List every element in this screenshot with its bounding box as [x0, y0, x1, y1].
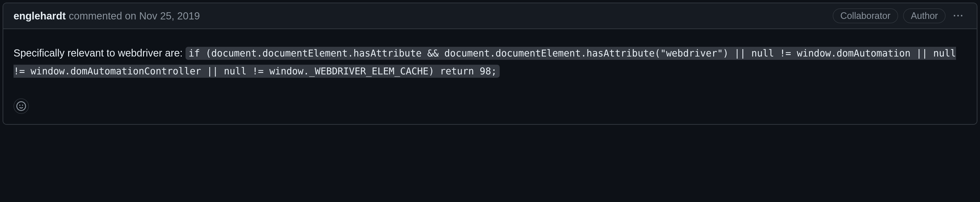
comment-lead-text: Specifically relevant to webdriver are:: [14, 47, 186, 59]
add-reaction-button[interactable]: [14, 98, 29, 114]
smiley-icon: [16, 101, 26, 111]
comment-body: Specifically relevant to webdriver are: …: [3, 29, 977, 124]
author-link[interactable]: englehardt: [14, 10, 65, 22]
action-word: commented: [68, 10, 122, 21]
timestamp-prefix: on: [125, 10, 137, 21]
comment-timestamp[interactable]: Nov 25, 2019: [139, 10, 200, 21]
kebab-icon[interactable]: ···: [951, 11, 966, 21]
comment-action-text: commented on Nov 25, 2019: [68, 10, 200, 22]
comment-header-right: Collaborator Author ···: [833, 8, 966, 23]
comment-header: englehardt commented on Nov 25, 2019 Col…: [3, 3, 977, 29]
comment-card: englehardt commented on Nov 25, 2019 Col…: [3, 3, 977, 125]
badge-collaborator: Collaborator: [833, 8, 898, 23]
reaction-row: [14, 98, 966, 114]
comment-header-left: englehardt commented on Nov 25, 2019: [14, 10, 200, 22]
comment-paragraph: Specifically relevant to webdriver are: …: [14, 45, 966, 80]
badge-author: Author: [903, 8, 945, 23]
